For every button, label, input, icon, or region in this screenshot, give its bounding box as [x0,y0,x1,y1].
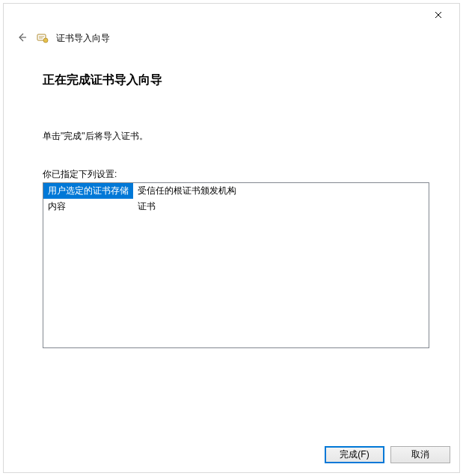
wizard-window: 证书导入向导 正在完成证书导入向导 单击"完成"后将导入证书。 你已指定下列设置… [3,3,460,473]
svg-point-1 [43,38,48,43]
close-button[interactable] [423,5,453,26]
setting-key: 内容 [43,199,133,214]
wizard-title: 证书导入向导 [56,32,110,45]
cancel-button[interactable]: 取消 [390,446,450,463]
page-heading: 正在完成证书导入向导 [43,72,429,88]
settings-label: 你已指定下列设置: [43,168,429,181]
settings-listbox[interactable]: 用户选定的证书存储 受信任的根证书颁发机构 内容 证书 [43,182,429,348]
settings-table: 用户选定的证书存储 受信任的根证书颁发机构 内容 证书 [43,183,429,214]
close-icon [435,10,442,21]
back-button[interactable] [14,31,29,46]
titlebar [4,4,459,28]
wizard-header: 证书导入向导 [4,28,459,52]
finish-button[interactable]: 完成(F) [325,446,384,463]
instruction-text: 单击"完成"后将导入证书。 [43,130,429,143]
setting-value: 证书 [133,199,429,214]
wizard-content: 正在完成证书导入向导 单击"完成"后将导入证书。 你已指定下列设置: 用户选定的… [4,52,459,436]
arrow-left-icon [16,32,27,45]
table-row[interactable]: 内容 证书 [43,199,429,214]
certificate-icon [37,32,49,44]
table-row[interactable]: 用户选定的证书存储 受信任的根证书颁发机构 [43,183,429,199]
setting-key: 用户选定的证书存储 [43,183,133,199]
wizard-footer: 完成(F) 取消 [4,436,459,472]
setting-value: 受信任的根证书颁发机构 [133,183,429,199]
